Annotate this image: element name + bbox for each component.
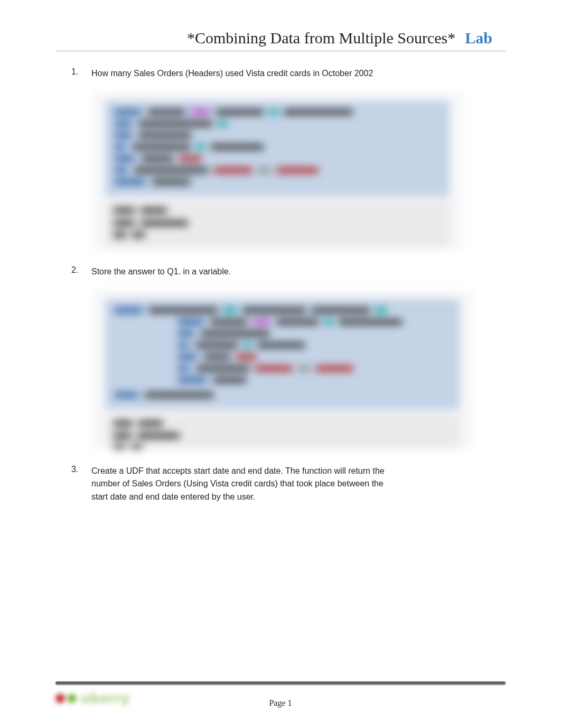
logo-dot-icon bbox=[55, 694, 65, 703]
logo-dot-icon bbox=[67, 694, 77, 703]
question-text: Store the answer to Q1. in a variable. bbox=[91, 265, 231, 279]
footer-divider bbox=[55, 681, 506, 685]
question-number: 3. bbox=[71, 465, 91, 504]
logo-text: uberry bbox=[81, 690, 130, 707]
question-text: How many Sales Orders (Headers) used Vis… bbox=[91, 67, 373, 80]
question-1: 1. How many Sales Orders (Headers) used … bbox=[55, 67, 506, 80]
document-page: *Combining Data from Multiple Sources* L… bbox=[0, 0, 561, 537]
brand-logo: uberry bbox=[55, 690, 130, 707]
question-3: 3. Create a UDF that accepts start date … bbox=[55, 465, 506, 504]
question-number: 2. bbox=[71, 265, 91, 279]
header: *Combining Data from Multiple Sources* L… bbox=[55, 29, 506, 47]
question-2: 2. Store the answer to Q1. in a variable… bbox=[55, 265, 506, 279]
page-number: Page 1 bbox=[269, 698, 292, 708]
question-text: Create a UDF that accepts start date and… bbox=[91, 465, 387, 504]
code-screenshot-1 bbox=[92, 92, 462, 251]
code-screenshot-2 bbox=[92, 290, 473, 449]
header-divider bbox=[55, 50, 506, 52]
question-number: 1. bbox=[71, 67, 91, 80]
footer: uberry Page 1 bbox=[55, 681, 506, 707]
page-title: *Combining Data from Multiple Sources* bbox=[187, 29, 455, 47]
lab-label: Lab bbox=[465, 29, 492, 47]
